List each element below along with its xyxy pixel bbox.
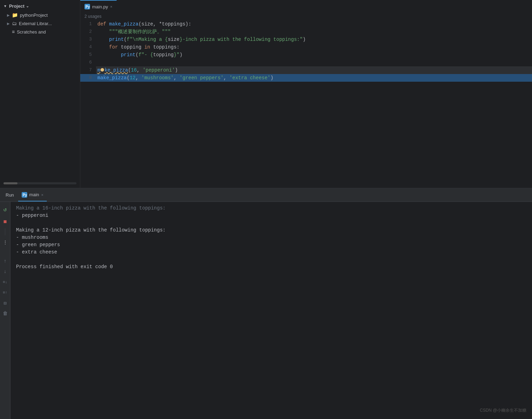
run-panel: Run Py main × ↺ ◼ ⋮ ↑ ↓ ≡↓ ≡↑ ⊟ 🗑 M (0, 189, 532, 419)
sidebar-item-label: pythonProject (20, 13, 48, 18)
sidebar-item-scratches[interactable]: ▶ ≡ Scratches and (0, 28, 80, 36)
toolbar-divider-1 (5, 228, 5, 235)
svg-text:Py: Py (23, 193, 27, 197)
run-tab-bar: Run Py main × (0, 189, 532, 202)
editor-tab-main[interactable]: Py main.py × (80, 0, 117, 13)
code-line-5[interactable]: 5 print(f"- {topping}") (80, 51, 532, 59)
sidebar-title: Project (9, 3, 24, 9)
line-number-2: 2 (80, 28, 96, 36)
output-line-1: - pepperoni (16, 212, 526, 219)
line-content-7: mke_pizza(16, 'pepperoni') (96, 66, 532, 74)
python-tab-icon: Py (84, 4, 90, 9)
output-line-blank-1 (16, 219, 526, 227)
line-content-5: print(f"- {topping}") (96, 51, 532, 59)
line-number-8: 8 (80, 74, 96, 82)
run-content-area: ↺ ◼ ⋮ ↑ ↓ ≡↓ ≡↑ ⊟ 🗑 Making a 16-inch piz… (0, 202, 532, 419)
output-line-2: Making a 12-inch pizza with the followin… (16, 227, 526, 234)
editor-tab-close[interactable]: × (110, 5, 112, 9)
sidebar-item-label: External Librar... (19, 21, 52, 26)
line-content-1: def make_pizza(size, *toppings): (96, 20, 532, 28)
print-icon[interactable]: ⊟ (1, 299, 9, 307)
code-line-7[interactable]: 7 mke_pizza(16, 'pepperoni') (80, 66, 532, 74)
line-number-3: 3 (80, 36, 96, 43)
line-number-7: 7 (80, 66, 96, 74)
line-number-1: 1 (80, 20, 96, 28)
line-number-4: 4 (80, 43, 96, 51)
usages-text: 2 usages (84, 14, 102, 19)
pythonproject-arrow-icon: ▶ (7, 13, 10, 17)
sidebar-item-external-libraries[interactable]: ▶ 🗂 External Librar... (0, 19, 80, 28)
project-arrow-icon: ▼ (3, 4, 7, 8)
code-line-1[interactable]: 1 def make_pizza(size, *toppings): (80, 20, 532, 28)
extlibs-arrow-icon: ▶ (7, 22, 10, 25)
line-content-6 (96, 59, 532, 66)
output-line-exit: Process finished with exit code 0 (16, 263, 526, 271)
breakpoint-dot (101, 68, 104, 72)
watermark-text: CSDN @小幽余生不加糖 (480, 408, 526, 413)
run-tab-label: main (29, 192, 39, 197)
sidebar-scrollbar[interactable] (3, 182, 76, 184)
run-tab-main[interactable]: Py main × (18, 189, 47, 201)
sort-down-icon[interactable]: ≡↓ (1, 278, 9, 286)
libraries-icon: 🗂 (12, 21, 17, 26)
sidebar-scroll-thumb[interactable] (3, 182, 17, 184)
run-side-icons: ↺ ◼ ⋮ ↑ ↓ ≡↓ ≡↑ ⊟ 🗑 (0, 202, 10, 419)
tab-bar: Py main.py × (80, 0, 532, 13)
line-content-4: for topping in toppings: (96, 43, 532, 51)
more-button[interactable]: ⋮ (0, 237, 10, 247)
scroll-down-icon[interactable]: ↓ (1, 267, 9, 276)
editor-area: Py main.py × 2 usages 1 def make_pizza(s… (80, 0, 532, 188)
output-line-5: - extra cheese (16, 249, 526, 256)
line-number-6: 6 (80, 59, 96, 66)
svg-text:Py: Py (86, 5, 90, 9)
scroll-up-icon[interactable]: ↑ (1, 257, 9, 265)
code-line-3[interactable]: 3 print(f"\nMaking a {size}-inch pizza w… (80, 36, 532, 43)
watermark: CSDN @小幽余生不加糖 (480, 407, 526, 413)
run-tab-close[interactable]: × (41, 193, 43, 197)
folder-icon: 📁 (12, 12, 18, 18)
code-line-2[interactable]: 2 """概述要制作的比萨。""" (80, 28, 532, 36)
line-content-8: make_pizza(12, 'mushrooms', 'green peppe… (96, 74, 532, 82)
sidebar-item-label: Scratches and (17, 29, 46, 35)
run-tab-python-icon: Py (22, 192, 27, 198)
code-line-8[interactable]: 8 make_pizza(12, 'mushrooms', 'green pep… (80, 74, 532, 82)
line-content-2: """概述要制作的比萨。""" (96, 28, 532, 36)
usages-bar: 2 usages (80, 13, 532, 20)
sort-up-icon[interactable]: ≡↑ (1, 288, 9, 297)
editor-tab-label: main.py (92, 4, 108, 9)
code-line-6[interactable]: 6 (80, 59, 532, 66)
trash-icon[interactable]: 🗑 (1, 309, 9, 318)
output-line-blank-2 (16, 256, 526, 263)
sidebar-item-pythonproject[interactable]: ▶ 📁 pythonProject (0, 11, 80, 19)
code-line-4[interactable]: 4 for topping in toppings: (80, 43, 532, 51)
output-line-3: - mushrooms (16, 234, 526, 241)
sidebar-header[interactable]: ▼ Project ⌄ (0, 1, 80, 11)
code-editor[interactable]: 1 def make_pizza(size, *toppings): 2 """… (80, 20, 532, 188)
output-line-4: - green peppers (16, 241, 526, 249)
run-label: Run (3, 192, 17, 198)
run-output[interactable]: Making a 16-inch pizza with the followin… (10, 202, 532, 419)
sidebar: ▼ Project ⌄ ▶ 📁 pythonProject ▶ 🗂 Extern… (0, 0, 80, 188)
sidebar-dropdown-icon: ⌄ (26, 4, 29, 8)
output-line-faded-1: Making a 16-inch pizza with the followin… (16, 205, 526, 212)
stop-button[interactable]: ◼ (0, 216, 10, 226)
scratches-icon: ≡ (12, 29, 15, 35)
line-content-3: print(f"\nMaking a {size}-inch pizza wit… (96, 36, 532, 43)
rerun-button[interactable]: ↺ (0, 205, 10, 214)
line-number-5: 5 (80, 51, 96, 59)
